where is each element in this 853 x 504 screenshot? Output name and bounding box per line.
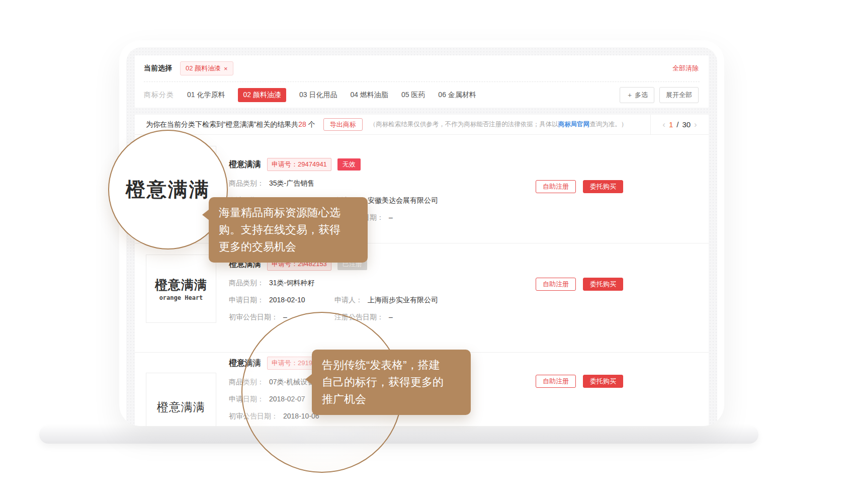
remove-filter-icon[interactable]: × — [224, 65, 228, 72]
application-number-tag: 申请号：29474941 — [267, 158, 331, 171]
entrust-buy-button[interactable]: 委托购买 — [583, 375, 623, 388]
self-register-button[interactable]: 自助注册 — [536, 375, 576, 388]
application-number-value: 29474941 — [298, 160, 327, 168]
self-register-button[interactable]: 自助注册 — [536, 278, 576, 291]
row-actions: 自助注册 委托购买 — [536, 278, 623, 291]
category-field-value: 35类-广告销售 — [269, 178, 314, 188]
filter-panel: 当前选择 02 颜料油漆 × 全部清除 商标分类 01 化学原料 02 颜料油漆… — [135, 55, 709, 108]
clear-all-button[interactable]: 全部清除 — [672, 64, 699, 73]
registration-publication-value: – — [389, 212, 393, 222]
entrust-buy-button[interactable]: 委托购买 — [583, 180, 623, 193]
magnified-trademark-text: 橙意满满 — [126, 176, 210, 203]
selected-filter-tag[interactable]: 02 颜料油漆 × — [180, 61, 233, 75]
tooltip-line: 告别传统“发表格”，搭建 — [322, 357, 461, 374]
results-count-suffix: 个 — [306, 120, 315, 128]
applicant-value: 安徽美达会展有限公司 — [368, 195, 438, 205]
disclaimer-post: 查询为准。） — [589, 121, 627, 128]
category-field-label: 商品类别： — [229, 178, 264, 188]
pagination: ‹ 1 / 30 › — [650, 115, 709, 135]
status-badge: 无效 — [337, 158, 361, 171]
export-trademarks-button[interactable]: 导出商标 — [323, 118, 363, 131]
prev-page-icon[interactable]: ‹ — [662, 120, 665, 130]
row-actions: 自助注册 委托购买 — [536, 180, 623, 193]
application-number-label: 申请号： — [272, 160, 298, 168]
promo-tooltip-promotion: 告别传统“发表格”，搭建 自己的标行，获得更多的 推广机会 — [312, 350, 471, 415]
disclaimer-text: （商标检索结果仅供参考，不作为商标能否注册的法律依据；具体以商标局官网查询为准。… — [370, 120, 628, 129]
trademark-image-text: 橙意满满 — [155, 277, 207, 293]
selected-filter-tag-text: 02 颜料油漆 — [186, 64, 221, 73]
entrust-buy-button[interactable]: 委托购买 — [583, 278, 623, 291]
self-register-button[interactable]: 自助注册 — [536, 180, 576, 193]
tooltip-line: 更多的交易机会 — [219, 238, 358, 256]
results-count-number: 28 — [298, 120, 306, 128]
trademark-image[interactable]: 橙意满满 — [146, 373, 216, 426]
category-label: 商标分类 — [144, 91, 174, 100]
results-count-prefix: 为你在当前分类下检索到“橙意满满”相关的结果共 — [146, 120, 298, 128]
next-page-icon[interactable]: › — [694, 120, 697, 130]
total-pages: 30 — [682, 120, 691, 129]
current-selection-row: 当前选择 02 颜料油漆 × 全部清除 — [135, 55, 709, 81]
results-count-text: 为你在当前分类下检索到“橙意满满”相关的结果共28 个 — [135, 120, 315, 129]
page-divider: / — [676, 120, 678, 129]
applicant-value: 上海雨步实业有限公司 — [368, 295, 438, 305]
category-item-06[interactable]: 06 金属材料 — [438, 91, 476, 100]
apply-date-label: 申请日期： — [229, 295, 264, 305]
current-page: 1 — [669, 120, 673, 129]
tooltip-line: 海量精品商标资源随心选 — [219, 204, 358, 221]
apply-date-value: 2018-02-10 — [269, 295, 305, 305]
tooltip-line: 购。支持在线交易，获得 — [219, 221, 358, 238]
category-item-03[interactable]: 03 日化用品 — [299, 91, 337, 100]
disclaimer-pre: （商标检索结果仅供参考，不作为商标能否注册的法律依据；具体以 — [370, 121, 558, 128]
first-publication-label: 初审公告日期： — [229, 312, 278, 322]
expand-all-button[interactable]: 展开全部 — [659, 87, 699, 103]
trademark-image-subtext: orange Heart — [159, 294, 203, 301]
trademark-image[interactable]: 橙意满满 orange Heart — [146, 255, 216, 323]
promo-tooltip-trading: 海量精品商标资源随心选 购。支持在线交易，获得 更多的交易机会 — [209, 197, 368, 263]
category-field-label: 商品类别： — [229, 278, 264, 288]
trademark-office-link[interactable]: 商标局官网 — [558, 121, 590, 128]
laptop-base — [39, 426, 758, 444]
results-header: 为你在当前分类下检索到“橙意满满”相关的结果共28 个 导出商标 （商标检索结果… — [135, 115, 709, 135]
category-item-02-selected[interactable]: 02 颜料油漆 — [238, 88, 286, 102]
row-actions: 自助注册 委托购买 — [536, 375, 623, 388]
category-item-01[interactable]: 01 化学原料 — [187, 91, 225, 100]
trademark-image-text: 橙意满满 — [157, 399, 205, 415]
current-selection-label: 当前选择 — [144, 64, 172, 73]
registration-publication-value: – — [389, 312, 393, 322]
page-background: 当前选择 02 颜料油漆 × 全部清除 商标分类 01 化学原料 02 颜料油漆… — [0, 0, 853, 504]
category-item-05[interactable]: 05 医药 — [401, 91, 425, 100]
tooltip-line: 推广机会 — [322, 391, 461, 408]
multi-select-button[interactable]: ＋ 多选 — [620, 87, 654, 103]
applicant-label: 申请人： — [334, 295, 363, 305]
category-field-value: 31类-饲料种籽 — [269, 278, 314, 288]
category-row: 商标分类 01 化学原料 02 颜料油漆 03 日化用品 04 燃料油脂 05 … — [135, 82, 709, 108]
category-item-04[interactable]: 04 燃料油脂 — [350, 91, 388, 100]
tooltip-line: 自己的标行，获得更多的 — [322, 374, 461, 391]
trademark-name[interactable]: 橙意满满 — [229, 159, 261, 170]
